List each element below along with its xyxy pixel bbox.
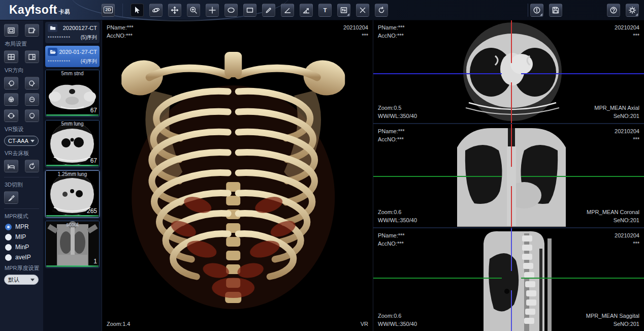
axial-horizontal-reference-line[interactable] <box>373 73 644 74</box>
zoom-tool-button[interactable] <box>187 4 200 17</box>
layout-edit-button[interactable] <box>25 24 39 37</box>
layout-1-2-button[interactable] <box>25 50 39 63</box>
study-item[interactable]: 20200127-CT ********** (5)序列 <box>45 22 100 43</box>
vr-preset-select[interactable]: CT-AAA <box>4 136 39 146</box>
head-right-icon <box>28 79 36 87</box>
layout-edit-icon <box>28 26 36 35</box>
patient-name: PName:*** <box>378 127 405 135</box>
open-folder-icon <box>48 48 57 56</box>
series-thumbnail-scout[interactable]: scout 1 <box>45 221 100 268</box>
mpr-mode-option-minp[interactable]: MinP <box>5 244 39 251</box>
study-series-count: (5)序列 <box>81 34 97 41</box>
angle-measure-button[interactable] <box>281 4 294 17</box>
ellipse-roi-button[interactable] <box>224 4 238 17</box>
study-date: 20210204 <box>615 127 639 135</box>
patient-name: PName:*** <box>378 23 405 32</box>
study-title: 2020-01-27-CT <box>59 49 97 55</box>
face-anterior-icon <box>7 96 15 104</box>
mpr-sagittal-panel[interactable]: PName:*** AccNO:*** 20210204 *** Zoom:0.… <box>373 228 644 331</box>
mpr-mode-option-aveip[interactable]: aveIP <box>5 254 39 261</box>
report-button[interactable] <box>530 4 543 17</box>
layout-buttons-row2 <box>4 50 39 63</box>
layout-single-button[interactable] <box>4 24 18 37</box>
series-thumbnail-1-25mm-lung[interactable]: 1.25mm lung 265 <box>45 170 100 218</box>
cobb-angle-icon <box>302 6 310 14</box>
head-inferior-icon <box>28 112 36 120</box>
masked-value: *** <box>615 135 639 143</box>
vr-head-superior-button[interactable] <box>4 109 18 122</box>
radio-label: MIP <box>15 233 26 240</box>
vr-face-anterior-button[interactable] <box>4 93 18 106</box>
series-number: SeNO:201 <box>594 112 639 120</box>
reset-bed-button[interactable] <box>25 160 39 172</box>
scalpel-button[interactable] <box>4 191 18 204</box>
pointer-tool-button[interactable] <box>131 4 144 17</box>
close-x-icon <box>359 6 367 14</box>
locate-crosshair-button[interactable] <box>206 4 219 17</box>
thumbnail-title: 5mm lung <box>46 121 99 127</box>
series-description: MPR_MEAN Saggital <box>586 312 639 320</box>
save-button[interactable] <box>549 4 562 17</box>
window-level-icon <box>340 6 348 14</box>
mpr-mode-label: MPR模式 <box>5 213 39 220</box>
patient-name: PName:*** <box>107 23 134 32</box>
rotate-3d-button[interactable] <box>149 4 163 17</box>
study-title: 20200127-CT <box>63 25 97 31</box>
vr-head-right-button[interactable] <box>25 77 39 89</box>
cobb-angle-button[interactable] <box>300 4 313 17</box>
axial-vertical-reference-line[interactable] <box>511 20 512 123</box>
radio-label: MinP <box>15 244 29 251</box>
reset-view-button[interactable] <box>375 4 388 17</box>
length-measure-button[interactable] <box>262 4 275 17</box>
delete-annotation-button[interactable] <box>356 4 369 17</box>
rect-roi-button[interactable] <box>243 4 256 17</box>
sagittal-vertical-reference-line[interactable] <box>511 228 512 331</box>
vr-bed-buttons <box>4 160 39 172</box>
kayisoft-viewer-window: Kayisoft 卡易 2D <box>0 0 644 331</box>
crosshair-icon <box>208 6 216 14</box>
study-series-count: (4)序列 <box>81 58 97 65</box>
mpr-mode-option-mip[interactable]: MIP <box>5 233 39 240</box>
text-annotation-button[interactable]: T <box>318 4 332 17</box>
mpr-mode-option-mpr[interactable]: MPR <box>5 223 39 230</box>
axial-overlay-bottom-right: MPR_MEAN Axial SeNO:201 <box>594 104 639 120</box>
mpr-axial-panel[interactable]: PName:*** AccNO:*** 20210204 *** Zoom:0.… <box>373 20 644 123</box>
axial-ct-image <box>435 20 590 123</box>
series-panel: 20200127-CT ********** (5)序列 2020-01-27-… <box>43 20 102 331</box>
window-level-button[interactable] <box>337 4 350 17</box>
vr-overlay-top-left: PName:*** AccNO:*** <box>107 23 134 40</box>
study-date: 20210204 <box>343 23 368 32</box>
help-button[interactable] <box>607 4 620 17</box>
text-tool-icon: T <box>321 6 329 14</box>
vr-ribcage-image <box>121 29 345 322</box>
vr-viewport[interactable]: PName:*** AccNO:*** 20210204 *** Zoom:1.… <box>102 20 373 331</box>
mpr-coronal-panel[interactable]: PName:*** AccNO:*** 20210204 *** Zoom:0.… <box>373 124 644 227</box>
vr-face-posterior-button[interactable] <box>25 93 39 106</box>
remove-bed-button[interactable] <box>4 160 18 172</box>
bed-icon <box>7 162 15 170</box>
mpr-panel-column: PName:*** AccNO:*** 20210204 *** Zoom:0.… <box>373 20 644 331</box>
vr-head-left-button[interactable] <box>4 77 18 89</box>
settings-button[interactable] <box>626 4 639 17</box>
sidebar-divider <box>4 208 39 209</box>
pan-tool-button[interactable] <box>168 4 181 17</box>
logo-suffix: 卡易 <box>59 8 70 16</box>
layout-2x2-button[interactable] <box>4 50 18 63</box>
sagittal-overlay-bottom-right: MPR_MEAN Saggital SeNO:201 <box>586 312 639 328</box>
series-number: SeNO:201 <box>587 216 639 224</box>
sagittal-horizontal-reference-line[interactable] <box>373 278 644 279</box>
series-thumbnail-5mm-stnd[interactable]: 5mm stnd 67 <box>45 70 100 117</box>
coronal-overlay-bottom-right: MPR_MEAN Coronal SeNO:201 <box>587 208 639 224</box>
thumbnail-title: scout <box>46 222 99 227</box>
series-thumbnail-5mm-lung[interactable]: 5mm lung 67 <box>45 120 100 167</box>
report-circle-icon <box>533 6 541 14</box>
thumbnail-progress-bar <box>46 215 99 217</box>
vr-head-inferior-button[interactable] <box>25 109 39 122</box>
accession-number: AccNO:*** <box>378 32 405 40</box>
coronal-vertical-reference-line[interactable] <box>511 124 512 227</box>
pencil-measure-icon <box>265 6 273 14</box>
study-item-selected[interactable]: 2020-01-27-CT ********** (4)序列 <box>45 46 100 67</box>
mpr-thickness-select[interactable]: 默认 <box>4 275 39 285</box>
coronal-horizontal-reference-line[interactable] <box>373 176 644 177</box>
2d-view-button[interactable]: 2D <box>102 4 115 17</box>
